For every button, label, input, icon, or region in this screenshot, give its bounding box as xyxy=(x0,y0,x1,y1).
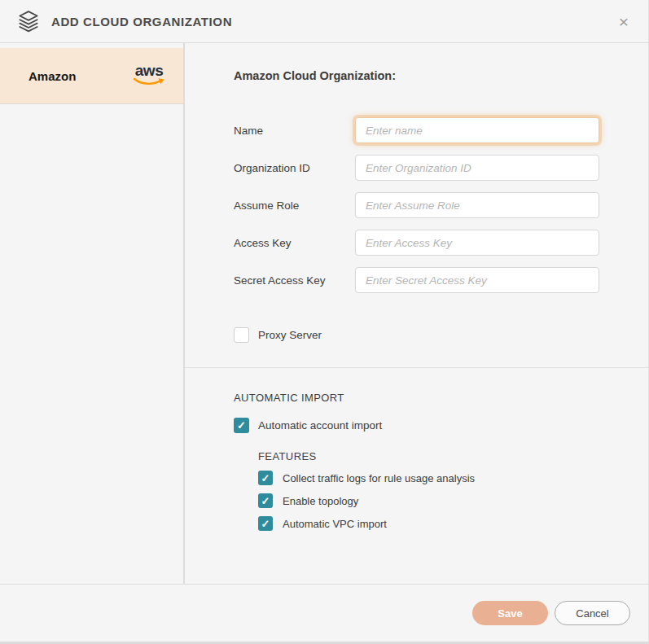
cancel-button[interactable]: Cancel xyxy=(555,601,630,625)
collect-traffic-logs-label: Collect traffic logs for rule usage anal… xyxy=(283,472,475,484)
provider-sidebar: Amazon aws xyxy=(0,43,185,584)
name-input[interactable] xyxy=(355,117,599,143)
proxy-server-label: Proxy Server xyxy=(258,329,322,341)
organization-id-label: Organization ID xyxy=(234,162,355,174)
save-button[interactable]: Save xyxy=(472,601,548,625)
aws-logo-icon: aws xyxy=(132,64,166,87)
automatic-import-heading: AUTOMATIC IMPORT xyxy=(234,392,599,404)
field-row-secret-access-key: Secret Access Key xyxy=(234,267,599,293)
field-row-assume-role: Assume Role xyxy=(234,192,599,218)
dialog-header: ADD CLOUD ORGANIZATION × xyxy=(0,0,648,43)
section-divider xyxy=(185,367,648,368)
enable-topology-label: Enable topology xyxy=(283,495,358,507)
features-block: FEATURES Collect traffic logs for rule u… xyxy=(234,450,599,531)
feature-row-automatic-vpc-import[interactable]: Automatic VPC import xyxy=(258,516,599,531)
access-key-input[interactable] xyxy=(355,230,599,256)
dialog-title: ADD CLOUD ORGANIZATION xyxy=(51,15,232,28)
sidebar-item-label: Amazon xyxy=(29,69,132,83)
proxy-server-checkbox-row[interactable]: Proxy Server xyxy=(234,327,599,343)
dialog-footer: Save Cancel xyxy=(0,585,648,642)
automatic-account-import-checkbox[interactable] xyxy=(234,418,249,433)
automatic-account-import-row[interactable]: Automatic account import xyxy=(234,418,599,433)
sidebar-item-amazon[interactable]: Amazon aws xyxy=(0,48,183,104)
automatic-vpc-import-checkbox[interactable] xyxy=(258,516,273,531)
field-row-organization-id: Organization ID xyxy=(234,155,599,181)
collect-traffic-logs-checkbox[interactable] xyxy=(258,471,273,485)
field-row-name: Name xyxy=(234,117,599,143)
enable-topology-checkbox[interactable] xyxy=(258,493,273,508)
form-content: Amazon Cloud Organization: Name Organiza… xyxy=(185,43,648,584)
assume-role-input[interactable] xyxy=(355,192,599,218)
dialog-body: Amazon aws Amazon Cloud Organization: Na… xyxy=(0,43,648,585)
credential-fields: Name Organization ID Assume Role Access … xyxy=(234,117,599,293)
add-cloud-organization-dialog: ADD CLOUD ORGANIZATION × Amazon aws Amaz… xyxy=(0,0,649,644)
field-row-access-key: Access Key xyxy=(234,230,599,256)
automatic-account-import-label: Automatic account import xyxy=(258,419,382,432)
features-heading: FEATURES xyxy=(258,450,599,462)
secret-access-key-label: Secret Access Key xyxy=(234,274,355,287)
feature-row-enable-topology[interactable]: Enable topology xyxy=(258,493,599,508)
form-heading: Amazon Cloud Organization: xyxy=(234,69,599,82)
access-key-label: Access Key xyxy=(234,237,355,249)
layers-icon xyxy=(16,9,41,33)
proxy-server-checkbox[interactable] xyxy=(234,327,249,343)
feature-row-traffic-logs[interactable]: Collect traffic logs for rule usage anal… xyxy=(258,471,599,485)
name-label: Name xyxy=(234,125,355,137)
organization-id-input[interactable] xyxy=(355,155,599,181)
assume-role-label: Assume Role xyxy=(234,199,355,212)
secret-access-key-input[interactable] xyxy=(355,267,599,293)
automatic-vpc-import-label: Automatic VPC import xyxy=(283,518,387,530)
close-icon[interactable]: × xyxy=(612,10,635,33)
